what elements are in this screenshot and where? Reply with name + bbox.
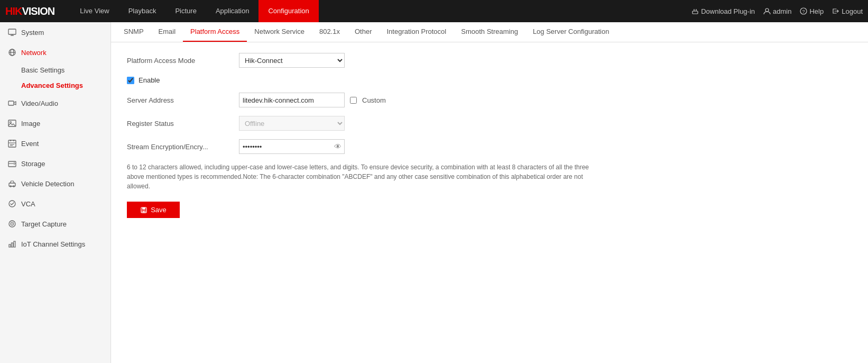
- download-plugin[interactable]: Download Plug-in: [691, 7, 755, 15]
- tab-platform-access[interactable]: Platform Access: [183, 22, 247, 42]
- save-icon: [140, 206, 147, 214]
- svg-point-5: [765, 8, 769, 12]
- sidebar-label-system: System: [21, 29, 44, 37]
- sidebar-label-image: Image: [21, 120, 40, 128]
- logout[interactable]: Logout: [832, 7, 863, 15]
- save-button[interactable]: Save: [127, 202, 180, 218]
- help[interactable]: ? Help: [800, 7, 824, 15]
- custom-checkbox[interactable]: [350, 97, 357, 104]
- svg-rect-14: [8, 101, 14, 105]
- sidebar-label-vca: VCA: [21, 200, 35, 208]
- sidebar-label-storage: Storage: [21, 160, 45, 168]
- platform-access-mode-label: Platform Access Mode: [127, 57, 233, 65]
- sidebar-item-vca[interactable]: VCA: [0, 194, 110, 214]
- svg-rect-36: [14, 241, 15, 247]
- sidebar-item-video-audio[interactable]: Video/Audio: [0, 93, 110, 113]
- system-icon: [7, 28, 17, 37]
- network-icon: [7, 48, 17, 57]
- main-content: SNMP Email Platform Access Network Servi…: [111, 22, 868, 363]
- sidebar-label-event: Event: [21, 140, 39, 148]
- register-status-label: Register Status: [127, 120, 233, 128]
- server-address-input[interactable]: [239, 93, 345, 107]
- enable-row: Enable: [127, 76, 852, 84]
- plug-icon: [691, 7, 699, 15]
- tab-snmp[interactable]: SNMP: [116, 22, 151, 42]
- nav-application[interactable]: Application: [206, 0, 259, 22]
- iot-icon: [7, 239, 17, 249]
- eye-icon[interactable]: 👁: [334, 142, 341, 151]
- top-nav: HIKVISION Live View Playback Picture App…: [0, 0, 868, 22]
- sidebar-item-vehicle-detection[interactable]: Vehicle Detection: [0, 174, 110, 194]
- svg-text:?: ?: [802, 9, 805, 14]
- sidebar-label-vehicle-detection: Vehicle Detection: [21, 180, 74, 188]
- svg-point-30: [9, 201, 15, 207]
- svg-point-16: [10, 122, 12, 123]
- logo-hik: HIK: [5, 5, 22, 17]
- svg-rect-35: [12, 243, 13, 247]
- user-admin[interactable]: admin: [763, 7, 791, 15]
- sidebar-item-advanced-settings[interactable]: Advanced Settings: [0, 78, 110, 93]
- storage-icon: [7, 159, 17, 168]
- svg-rect-17: [8, 140, 16, 147]
- nav-playback[interactable]: Playback: [119, 0, 166, 22]
- server-address-custom-row: Custom: [239, 93, 386, 107]
- server-address-row: Server Address Custom: [127, 93, 852, 107]
- enable-checkbox[interactable]: [127, 77, 134, 84]
- register-status-select: Offline: [239, 116, 345, 131]
- user-icon: [763, 7, 771, 15]
- platform-access-mode-select[interactable]: Hik-Connect ISUP: [239, 53, 345, 68]
- enable-label: Enable: [138, 76, 160, 84]
- target-capture-icon: [7, 219, 17, 229]
- tab-8021x[interactable]: 802.1x: [312, 22, 347, 42]
- svg-rect-34: [9, 244, 11, 247]
- tab-email[interactable]: Email: [151, 22, 183, 42]
- sidebar: System Network Basic Settings Advanced S…: [0, 22, 111, 363]
- svg-rect-0: [692, 11, 698, 14]
- server-address-label: Server Address: [127, 96, 233, 104]
- sidebar-item-storage[interactable]: Storage: [0, 153, 110, 174]
- platform-access-mode-row: Platform Access Mode Hik-Connect ISUP: [127, 53, 852, 68]
- sidebar-label-target-capture: Target Capture: [21, 220, 67, 228]
- sidebar-item-system[interactable]: System: [0, 22, 110, 42]
- form-area: Platform Access Mode Hik-Connect ISUP En…: [111, 42, 868, 229]
- stream-encryption-label: Stream Encryption/Encry...: [127, 143, 233, 151]
- tab-integration-protocol[interactable]: Integration Protocol: [379, 22, 454, 42]
- stream-encryption-row: Stream Encryption/Encry... 👁: [127, 139, 852, 154]
- svg-point-33: [12, 223, 13, 224]
- custom-label: Custom: [362, 96, 386, 104]
- stream-encryption-input[interactable]: [239, 139, 345, 154]
- register-status-row: Register Status Offline: [127, 116, 852, 131]
- image-icon: [7, 119, 17, 128]
- tab-smooth-streaming[interactable]: Smooth Streaming: [454, 22, 525, 42]
- help-icon: ?: [800, 7, 807, 15]
- logo: HIKVISION: [5, 5, 54, 17]
- nav-picture[interactable]: Picture: [165, 0, 206, 22]
- sidebar-item-iot-channel[interactable]: IoT Channel Settings: [0, 234, 110, 254]
- svg-point-25: [14, 162, 15, 163]
- logo-vision: VISION: [22, 5, 54, 17]
- nav-live-view[interactable]: Live View: [70, 0, 118, 22]
- tab-log-server-config[interactable]: Log Server Configuration: [525, 22, 617, 42]
- layout: System Network Basic Settings Advanced S…: [0, 22, 868, 363]
- sidebar-label-network: Network: [21, 49, 47, 57]
- hint-text: 6 to 12 characters allowed, including up…: [127, 162, 603, 191]
- tab-other[interactable]: Other: [347, 22, 380, 42]
- svg-rect-8: [8, 29, 16, 34]
- stream-encryption-wrap: 👁: [239, 139, 345, 154]
- svg-rect-23: [8, 161, 16, 167]
- tab-network-service[interactable]: Network Service: [247, 22, 312, 42]
- logout-icon: [832, 7, 839, 15]
- event-icon: [7, 139, 17, 148]
- sidebar-item-event[interactable]: Event: [0, 133, 110, 153]
- nav-configuration[interactable]: Configuration: [258, 0, 318, 22]
- sidebar-item-image[interactable]: Image: [0, 113, 110, 133]
- sidebar-item-basic-settings[interactable]: Basic Settings: [0, 62, 110, 78]
- svg-rect-38: [142, 207, 145, 210]
- vehicle-detection-icon: [7, 179, 17, 188]
- right-actions: Download Plug-in admin ? Help Logout: [691, 7, 863, 15]
- sidebar-item-target-capture[interactable]: Target Capture: [0, 214, 110, 234]
- svg-point-26: [14, 164, 15, 165]
- video-audio-icon: [7, 98, 17, 108]
- sidebar-label-video-audio: Video/Audio: [21, 99, 58, 107]
- sidebar-item-network[interactable]: Network: [0, 42, 110, 62]
